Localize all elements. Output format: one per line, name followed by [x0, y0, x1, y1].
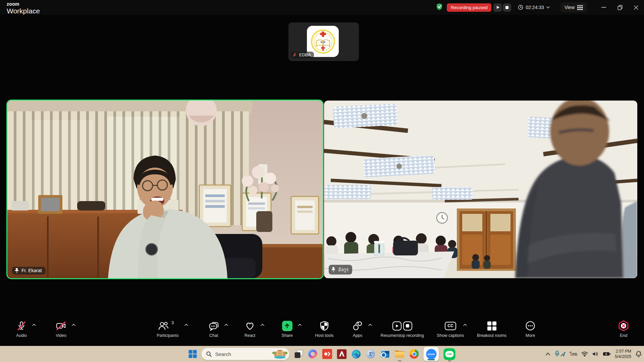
chevron-up-icon[interactable] [298, 324, 302, 326]
meeting-timer[interactable]: 02:24:33 [518, 5, 550, 10]
participant-name: EDBA [299, 52, 311, 57]
video-tile-angkul[interactable]: อังกูร [324, 101, 637, 278]
zoom-meeting-window: zoom Workplace Recording paused 02:24:33… [0, 0, 644, 362]
active-app-indicator [428, 359, 435, 360]
participants-button[interactable]: 3 Participants [148, 319, 188, 338]
breakout-rooms-button[interactable]: Breakout rooms [470, 319, 513, 338]
show-captions-button[interactable]: CC Show captions [432, 319, 469, 338]
mic-in-use-location-icon[interactable] [554, 351, 566, 357]
end-meeting-button[interactable]: End [607, 319, 640, 338]
mic-muted-icon [16, 321, 26, 331]
button-label: Breakout rooms [470, 333, 513, 338]
button-label: Video [44, 333, 78, 338]
folder-icon [395, 350, 405, 358]
pin-icon[interactable] [331, 267, 336, 272]
windows-logo-icon [189, 350, 197, 358]
pin-icon[interactable] [14, 268, 19, 273]
meeting-security-shield-icon[interactable] [435, 3, 443, 12]
share-button[interactable]: Share [268, 319, 306, 338]
chrome-icon [410, 349, 419, 359]
chat-button[interactable]: Chat [196, 319, 231, 338]
close-icon [634, 5, 638, 10]
task-view-button[interactable] [294, 346, 304, 362]
stop-recording-button[interactable] [503, 3, 511, 12]
line-app-button[interactable]: LINE [444, 346, 455, 362]
meeting-stage: EDBA [0, 15, 644, 346]
participant-name: Fr. Ekarat [21, 268, 42, 273]
battery-charging-icon[interactable] [603, 352, 611, 356]
open-app-indicator [448, 360, 451, 361]
participant-name-badge: อังกูร [329, 265, 352, 275]
minimize-button[interactable] [596, 0, 612, 15]
adobe-icon [337, 349, 347, 359]
taskbar-search[interactable]: Search [202, 348, 289, 360]
gallery-view-icon [577, 5, 583, 10]
outlook-button[interactable] [380, 346, 390, 362]
open-app-indicator [398, 360, 401, 361]
far-right-person [622, 201, 637, 278]
chevron-up-icon[interactable] [261, 324, 264, 326]
participant-tile-edba[interactable]: EDBA [288, 22, 359, 61]
windows-taskbar: Search [0, 346, 644, 362]
host-tools-button[interactable]: Host tools [306, 319, 343, 338]
participant-name-badge: EDBA [290, 52, 314, 58]
button-label: Audio [5, 333, 38, 338]
math-app-button[interactable]: Σα [366, 346, 376, 362]
chevron-up-icon[interactable] [463, 324, 467, 326]
shield-icon [320, 321, 329, 331]
button-label: Chat [196, 333, 231, 338]
participants-icon [158, 321, 168, 330]
resume-recording-icon[interactable] [392, 321, 401, 330]
chrome-button[interactable] [410, 346, 419, 362]
video-button[interactable]: Video [44, 319, 78, 338]
notification-bell-dnd-icon[interactable]: z [635, 351, 642, 357]
heart-icon [245, 321, 255, 330]
button-label: Host tools [306, 333, 343, 338]
chevron-up-icon[interactable] [184, 324, 188, 326]
close-button[interactable] [628, 0, 644, 15]
svg-text:z: z [640, 351, 641, 353]
chevron-up-icon[interactable] [32, 324, 36, 326]
view-button[interactable]: View [560, 2, 587, 12]
resume-stop-recording-button[interactable]: Resume/stop recording [372, 319, 432, 338]
wifi-icon[interactable] [581, 351, 588, 357]
search-highlight-image[interactable] [272, 349, 288, 359]
end-hexagon-icon [618, 320, 630, 332]
math-app-icon: Σα [366, 349, 376, 359]
tray-chevron-up-icon[interactable] [545, 352, 550, 356]
stop-recording-icon[interactable] [403, 321, 412, 330]
search-placeholder: Search [215, 351, 269, 357]
brand-zoom: zoom [7, 2, 40, 6]
button-label: React [233, 333, 267, 338]
more-button[interactable]: More [514, 319, 547, 338]
button-label: Resume/stop recording [372, 333, 432, 338]
resume-recording-button[interactable] [493, 3, 502, 12]
audio-button[interactable]: Audio [5, 319, 38, 338]
outlook-icon [380, 349, 390, 359]
red-app-button[interactable] [322, 346, 332, 362]
chevron-up-icon[interactable] [224, 324, 228, 326]
file-explorer-button[interactable] [395, 346, 405, 362]
zoom-app-button[interactable]: zoom [424, 346, 439, 362]
start-button[interactable] [189, 346, 197, 362]
keyboard-language[interactable]: ไทย [570, 351, 578, 358]
apps-button[interactable]: Apps [341, 319, 374, 338]
react-button[interactable]: React [233, 319, 267, 338]
adobe-app-button[interactable] [337, 346, 347, 362]
button-label: More [514, 333, 547, 338]
edge-browser-button[interactable] [352, 346, 361, 362]
copilot-icon [308, 349, 318, 359]
chevron-up-icon[interactable] [368, 324, 372, 326]
volume-icon[interactable] [592, 351, 599, 357]
chevron-up-icon[interactable] [72, 324, 75, 326]
tray-time: 2:07 PM [615, 349, 631, 354]
restore-icon [618, 5, 623, 10]
clock-icon [518, 5, 523, 10]
tray-clock[interactable]: 2:07 PM 5/4/2025 [615, 349, 631, 360]
copilot-button[interactable] [308, 346, 318, 362]
restore-button[interactable] [612, 0, 628, 15]
search-icon [206, 351, 212, 357]
zoom-workplace-logo: zoom Workplace [7, 2, 40, 14]
video-tile-fr-ekarat[interactable]: Fr. Ekarat [7, 101, 323, 278]
meeting-toolbar: Audio Video 3 Participants Chat [0, 318, 644, 346]
